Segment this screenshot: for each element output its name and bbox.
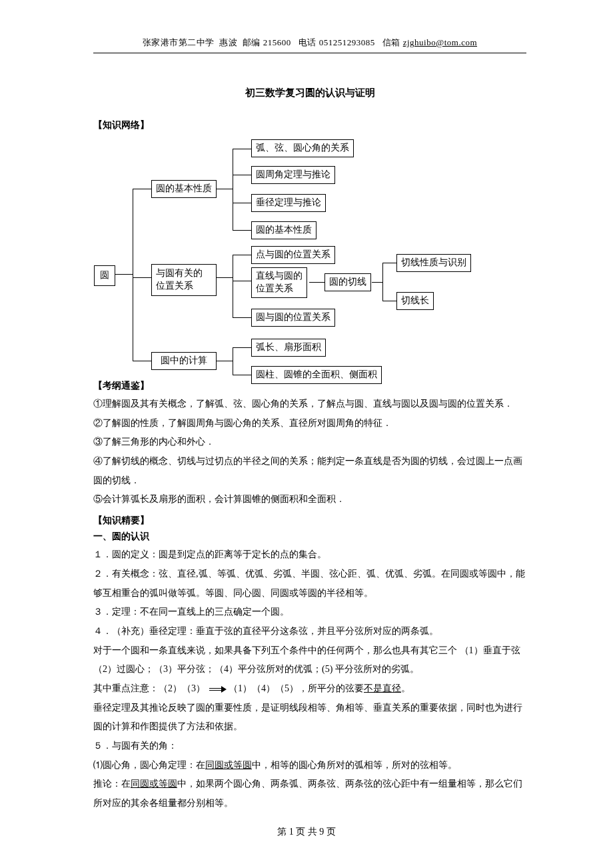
- outline-1: ①理解圆及其有关概念，了解弧、弦、圆心角的关系，了解点与圆、直线与圆以及圆与圆的…: [93, 395, 526, 414]
- node-tangent-len: 切线长: [396, 292, 434, 310]
- node-arc-chord: 弧、弦、圆心角的关系: [251, 139, 354, 157]
- page-footer: 第 1 页 共 9 页: [0, 826, 613, 838]
- node-calc: 圆中的计算: [151, 352, 217, 370]
- content-text: １．圆的定义：圆是到定点的距离等于定长的点的集合。 ２．有关概念：弦、直径,弧、…: [93, 545, 526, 813]
- outline-text: ①理解圆及其有关概念，了解弧、弦、圆心角的关系，了解点与圆、直线与圆以及圆与圆的…: [93, 395, 526, 509]
- c8: ５．与圆有关的角：: [93, 737, 526, 756]
- phone-label: 电话: [299, 37, 316, 47]
- postal-code: 215600: [263, 37, 291, 47]
- node-circle-circle: 圆与圆的位置关系: [251, 309, 335, 327]
- page-title: 初三数学复习圆的认识与证明: [93, 87, 526, 99]
- c7: 垂径定理及其推论反映了圆的重要性质，是证明线段相等、角相等、垂直关系的重要依据，…: [93, 699, 526, 737]
- node-basic-props2: 圆的基本性质: [251, 221, 316, 239]
- c9: ⑴圆心角，圆心角定理：在同圆或等圆中，相等的圆心角所对的弧相等，所对的弦相等。: [93, 756, 526, 775]
- c6: 其中重点注意：（2）（3） （1）（4）（5），所平分的弦要不是直径。: [93, 679, 526, 699]
- c5: 对于一个圆和一条直线来说，如果具备下列五个条件中的任何两个，那么也具有其它三个 …: [93, 641, 526, 679]
- node-perp-chord: 垂径定理与推论: [251, 194, 326, 212]
- page-header: 张家港市第二中学 惠波 邮编 215600 电话 051251293085 信箱…: [93, 37, 526, 53]
- node-line-circle: 直线与圆的 位置关系: [251, 267, 307, 298]
- node-tangent-prop: 切线性质与识别: [396, 254, 471, 272]
- c4: ４．（补充）垂径定理：垂直于弦的直径平分这条弦，并且平分弦所对应的两条弧。: [93, 622, 526, 641]
- sec1-label: 一、圆的认识: [93, 531, 526, 543]
- mail-link[interactable]: zjghuibo@tom.com: [403, 37, 477, 47]
- node-tangent: 圆的切线: [324, 273, 371, 291]
- outline-3: ③了解三角形的内心和外心．: [93, 433, 526, 452]
- node-arc-area: 弧长、扇形面积: [251, 339, 326, 357]
- node-positions: 与圆有关的 位置关系: [151, 264, 217, 296]
- node-cylinder-cone: 圆柱、圆锥的全面积、侧面积: [251, 366, 382, 384]
- outline-5: ⑤会计算弧长及扇形的面积，会计算圆锥的侧面积和全面积．: [93, 490, 526, 509]
- c10: 推论：在同圆或等圆中，如果两个圆心角、两条弧、两条弦、两条弦的弦心距中有一组量相…: [93, 775, 526, 813]
- phone-number: 051251293085: [319, 37, 375, 47]
- author-name: 惠波: [219, 37, 237, 47]
- c1: １．圆的定义：圆是到定点的距离等于定长的点的集合。: [93, 545, 526, 565]
- knowledge-diagram: 圆 圆的基本性质 弧、弦、圆心角的关系 圆周角定理与推论 垂径定理与推论 圆的基…: [90, 134, 526, 397]
- node-inscribed-angle: 圆周角定理与推论: [251, 166, 335, 184]
- postal-label: 邮编: [243, 37, 261, 47]
- page-total: 9: [319, 827, 324, 837]
- c2: ２．有关概念：弦、直径,弧、等弧、优弧、劣弧、半圆、弦心距、弧、优弧、劣弧。在同…: [93, 565, 526, 603]
- network-label: 【知识网络】: [93, 119, 526, 131]
- node-root: 圆: [94, 265, 115, 286]
- node-point-circle: 点与圆的位置关系: [251, 246, 335, 264]
- school-name: 张家港市第二中学: [143, 37, 215, 47]
- node-basic-props: 圆的基本性质: [151, 180, 217, 198]
- mail-label: 信箱: [382, 37, 400, 47]
- page-number: 1: [289, 827, 294, 837]
- c3: ３．定理：不在同一直线上的三点确定一个圆。: [93, 603, 526, 622]
- outline-2: ②了解圆的性质，了解圆周角与圆心角的关系、直径所对圆周角的特征．: [93, 414, 526, 433]
- outline-4: ④了解切线的概念、切线与过切点的半径之间的关系；能判定一条直线是否为圆的切线，会…: [93, 452, 526, 490]
- keypoints-label: 【知识精要】: [93, 515, 526, 527]
